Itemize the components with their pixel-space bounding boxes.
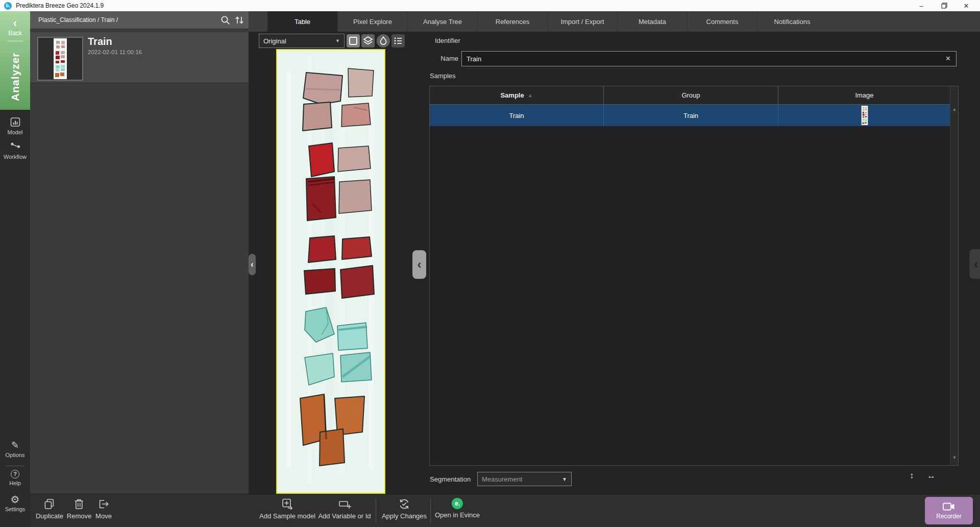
- restore-icon: [941, 2, 948, 9]
- window-title: Prediktera Breeze Geo 2024.1.9: [16, 2, 104, 9]
- add-sample-model-icon: [281, 498, 294, 510]
- square-icon: [348, 35, 359, 46]
- item-title: Train: [88, 36, 112, 47]
- name-input[interactable]: [461, 51, 957, 66]
- sidebar-item-workflow[interactable]: Workflow: [0, 141, 30, 160]
- tab-pixel-explore[interactable]: Pixel Explore: [337, 11, 407, 32]
- chevron-down-icon: ▼: [562, 476, 567, 482]
- tab-references[interactable]: References: [477, 11, 547, 32]
- scroll-down-icon[interactable]: ▼: [950, 455, 959, 460]
- single-view-button[interactable]: [347, 34, 360, 47]
- evince-icon: e.: [452, 498, 463, 509]
- fit-horizontal-icon[interactable]: ↔: [927, 471, 936, 481]
- application-window: b. Prediktera Breeze Geo 2024.1.9 – ✕ ‹ …: [0, 0, 980, 527]
- apply-changes-button[interactable]: Apply Changes: [382, 498, 427, 520]
- droplet-icon: [378, 35, 389, 46]
- list-item-train[interactable]: Train 2022-02-01 11:00:16: [30, 32, 249, 83]
- item-thumbnail: [37, 37, 83, 81]
- tab-metadata[interactable]: Metadata: [617, 11, 687, 32]
- toolbar-button-label: Add Sample model: [259, 512, 315, 520]
- sidebar-back-section[interactable]: ‹ Back Analyzer: [0, 11, 30, 110]
- tab-table[interactable]: Table: [267, 11, 337, 32]
- app-logo-icon: b.: [4, 2, 12, 10]
- back-label: Back: [8, 30, 22, 37]
- segmentation-label: Segmentation: [430, 475, 471, 483]
- tab-notifications[interactable]: Notifications: [757, 11, 827, 32]
- recorder-label: Recorder: [936, 513, 961, 520]
- sidebar-item-options[interactable]: ✎ Options: [0, 440, 30, 458]
- collapse-viewer-handle[interactable]: ‹: [412, 250, 426, 279]
- samples-table: Sample ▲ Group Image Train Train ▲ ▼: [429, 86, 959, 466]
- table-tab-panel: Identifier Name ✕ Samples Sample ▲ Group…: [426, 32, 980, 494]
- breadcrumb-bar: Plastic_Classification / Train /: [30, 11, 249, 29]
- add-variable-icon: [338, 498, 351, 510]
- add-sample-model-button[interactable]: Add Sample model: [259, 498, 315, 520]
- layer-select-value: Original: [263, 37, 286, 45]
- open-in-evince-button[interactable]: e. Open in Evince: [435, 498, 480, 519]
- close-button[interactable]: ✕: [957, 0, 975, 11]
- tab-comments[interactable]: Comments: [687, 11, 757, 32]
- table-scrollbar[interactable]: ▲ ▼: [950, 86, 958, 465]
- help-icon: ?: [11, 470, 19, 478]
- sample-strip-thumbnail: [54, 38, 67, 79]
- sidebar-item-settings[interactable]: ⚙ Settings: [0, 494, 30, 512]
- scroll-up-icon[interactable]: ▲: [950, 107, 959, 112]
- sample-image[interactable]: [276, 49, 385, 494]
- window-titlebar: b. Prediktera Breeze Geo 2024.1.9: [0, 0, 980, 11]
- segmentation-select[interactable]: Measurement ▼: [477, 472, 572, 486]
- item-timestamp: 2022-02-01 11:00:16: [88, 49, 142, 55]
- identifier-section-label: Identifier: [435, 37, 460, 44]
- sidebar-item-label: Options: [6, 452, 25, 458]
- list-view-button[interactable]: [391, 34, 405, 47]
- column-header-image[interactable]: Image: [778, 86, 950, 105]
- sort-icon[interactable]: [234, 15, 245, 26]
- toolbar-button-label: Move: [95, 512, 112, 520]
- recorder-button[interactable]: Recorder: [925, 497, 973, 524]
- table-row-group-cell[interactable]: Train: [604, 105, 778, 126]
- segmentation-value: Measurement: [482, 475, 522, 483]
- sidebar-item-label: Settings: [5, 506, 26, 512]
- fit-vertical-icon[interactable]: ↕: [910, 471, 914, 481]
- image-viewer-panel: Original ▼: [249, 32, 426, 494]
- chevron-left-icon: ‹: [251, 260, 253, 269]
- tab-analyse-tree[interactable]: Analyse Tree: [407, 11, 477, 32]
- add-variable-button[interactable]: Add Variable or Id: [318, 498, 371, 520]
- sidebar-item-model[interactable]: Model: [0, 116, 30, 135]
- gear-icon: ⚙: [11, 494, 20, 505]
- samples-section-label: Samples: [430, 72, 456, 80]
- sort-ascending-icon: ▲: [528, 92, 533, 98]
- duplicate-button[interactable]: Duplicate: [36, 498, 63, 520]
- row-image-thumbnail: [861, 106, 868, 125]
- back-chevron-icon: ‹: [13, 18, 17, 29]
- contrast-button[interactable]: [377, 34, 390, 47]
- table-row-sample-cell[interactable]: Train: [430, 105, 604, 126]
- restore-button[interactable]: [935, 0, 953, 11]
- column-header-sample[interactable]: Sample ▲: [430, 86, 604, 105]
- move-button[interactable]: Move: [95, 498, 112, 520]
- sidebar-divider: [6, 466, 24, 466]
- column-header-group[interactable]: Group: [604, 86, 778, 105]
- breadcrumb[interactable]: Plastic_Classification / Train /: [38, 16, 118, 23]
- clear-name-icon[interactable]: ✕: [945, 55, 951, 62]
- layers-icon: [362, 35, 374, 46]
- toolbar-button-label: Duplicate: [36, 512, 63, 520]
- toolbar-button-label: Open in Evince: [435, 511, 480, 519]
- toolbar-button-label: Remove: [67, 512, 91, 520]
- tab-bar: Table Pixel Explore Analyse Tree Referen…: [249, 11, 980, 32]
- minimize-button[interactable]: –: [912, 0, 930, 11]
- tab-import-export[interactable]: Import / Export: [547, 11, 617, 32]
- apply-changes-icon: [398, 498, 411, 510]
- list-icon: [393, 35, 404, 46]
- table-row-image-cell[interactable]: [778, 105, 950, 126]
- collapse-left-panel-handle[interactable]: ‹: [249, 254, 256, 275]
- collapse-right-panel-handle[interactable]: ‹: [969, 249, 980, 279]
- model-icon: [10, 116, 21, 128]
- chevron-down-icon: ▼: [335, 38, 340, 43]
- layer-select[interactable]: Original ▼: [259, 34, 345, 48]
- layers-button[interactable]: [361, 34, 375, 47]
- toolbar-button-label: Add Variable or Id: [318, 512, 371, 520]
- sidebar: ‹ Back Analyzer Model Workflow ✎: [0, 11, 30, 527]
- sidebar-item-help[interactable]: ? Help: [0, 470, 30, 486]
- remove-button[interactable]: Remove: [67, 498, 91, 520]
- search-icon[interactable]: [220, 15, 231, 26]
